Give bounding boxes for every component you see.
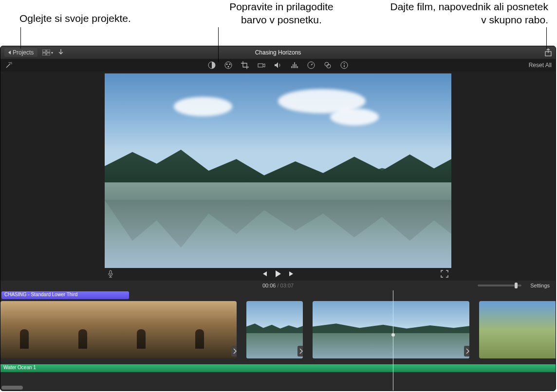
transition-button[interactable]: [297, 346, 303, 356]
skip-back-icon: [261, 270, 268, 277]
playback-controls: [261, 270, 295, 278]
viewer-controls: [0, 267, 556, 281]
horizontal-scrollbar-thumb[interactable]: [1, 386, 23, 390]
media-library-button[interactable]: ▾: [42, 50, 53, 55]
time-bar: 00:06 / 03:07 Settings: [0, 281, 556, 290]
preview-water-surface: [105, 182, 451, 268]
volume-button[interactable]: [274, 61, 282, 70]
microphone-icon: [108, 270, 113, 278]
share-icon: [545, 49, 552, 56]
preview-viewer[interactable]: [105, 73, 451, 268]
clip-thumbnail: [0, 301, 237, 358]
current-time: 00:06: [262, 283, 276, 288]
callout-annotations: Oglejte si svoje projekte. Popravite in …: [0, 0, 557, 46]
transition-button[interactable]: [231, 346, 237, 356]
transition-button[interactable]: [464, 346, 469, 356]
noise-reduction-button[interactable]: [290, 61, 299, 70]
svg-point-7: [226, 64, 228, 65]
svg-rect-0: [42, 50, 46, 52]
fullscreen-icon: [441, 270, 448, 278]
zoom-slider-handle[interactable]: [515, 283, 518, 288]
adjustments-toolbar: Reset All: [0, 59, 556, 71]
projects-button[interactable]: Projects: [4, 48, 37, 57]
cloud: [174, 97, 232, 116]
circles-icon: [324, 61, 332, 69]
svg-rect-16: [110, 270, 111, 274]
timeline[interactable]: CHASING - Standard Lower Third: [0, 290, 556, 391]
video-track: [0, 301, 556, 358]
transition-icon: [299, 348, 303, 354]
filter-button[interactable]: [323, 61, 332, 70]
svg-point-6: [225, 62, 232, 69]
playhead-marker[interactable]: [391, 333, 395, 337]
play-icon: [275, 270, 281, 278]
projects-label: Projects: [13, 49, 34, 56]
callout-line: [218, 27, 219, 62]
time-separator: /: [276, 283, 280, 288]
top-toolbar: Projects ▾ Chasing Horizons: [0, 46, 556, 59]
voiceover-button[interactable]: [108, 270, 113, 278]
video-clip-4[interactable]: [479, 301, 556, 358]
speaker-icon: [274, 61, 282, 69]
chevron-left-icon: [8, 51, 11, 54]
svg-rect-3: [47, 53, 50, 55]
magic-wand-button[interactable]: [4, 61, 13, 70]
video-clip-2[interactable]: [246, 301, 303, 358]
duration: 03:07: [280, 283, 294, 288]
skip-forward-icon: [288, 270, 295, 277]
crop-icon: [241, 61, 249, 69]
next-button[interactable]: [288, 270, 295, 277]
share-button[interactable]: [545, 49, 552, 56]
callout-share: Dajte film, napovednik ali posnetek v sk…: [383, 0, 548, 27]
svg-rect-10: [258, 64, 263, 67]
crop-button[interactable]: [241, 61, 249, 70]
svg-rect-2: [42, 53, 46, 55]
palette-icon: [224, 61, 232, 69]
callout-line: [546, 27, 547, 49]
clip-thumbnail: [246, 301, 303, 358]
svg-point-15: [344, 63, 345, 64]
transition-icon: [233, 348, 237, 354]
clip-thumbnail: [313, 301, 469, 358]
camera-icon: [258, 61, 265, 69]
speedometer-icon: [307, 61, 315, 69]
color-correction-button[interactable]: [224, 61, 233, 70]
svg-point-9: [228, 66, 229, 68]
viewer-area: [0, 71, 556, 281]
color-balance-icon: [208, 61, 216, 69]
reset-all-button[interactable]: Reset All: [529, 62, 552, 69]
previous-button[interactable]: [261, 270, 268, 277]
play-button[interactable]: [275, 270, 281, 278]
speed-button[interactable]: [307, 61, 316, 70]
time-display: 00:06 / 03:07: [262, 283, 294, 288]
adjustment-tools: [207, 61, 349, 70]
imovie-window: Projects ▾ Chasing Horizons: [0, 46, 556, 391]
info-icon: [340, 61, 348, 69]
stabilization-button[interactable]: [257, 61, 266, 70]
svg-point-8: [229, 64, 231, 65]
callout-projects: Oglejte si svoje projekte.: [19, 12, 131, 25]
import-button[interactable]: [58, 49, 64, 56]
timeline-settings-button[interactable]: Settings: [530, 283, 550, 288]
audio-clip[interactable]: Water Ocean 1: [0, 364, 556, 372]
color-balance-button[interactable]: [207, 61, 216, 70]
title-clip[interactable]: CHASING - Standard Lower Third: [1, 291, 129, 299]
info-button[interactable]: [340, 61, 349, 70]
transition-icon: [466, 348, 469, 354]
cloud: [330, 108, 379, 125]
clip-thumbnail: [479, 301, 556, 358]
playhead[interactable]: [393, 290, 393, 391]
callout-line: [20, 27, 21, 49]
svg-rect-1: [47, 50, 50, 52]
equalizer-icon: [291, 61, 298, 69]
video-clip-3[interactable]: [313, 301, 469, 358]
project-title: Chasing Horizons: [255, 49, 301, 56]
callout-color: Popravite in prilagodite barvo v posnetk…: [218, 0, 345, 27]
video-clip-1[interactable]: [0, 301, 237, 358]
fullscreen-button[interactable]: [441, 270, 448, 278]
